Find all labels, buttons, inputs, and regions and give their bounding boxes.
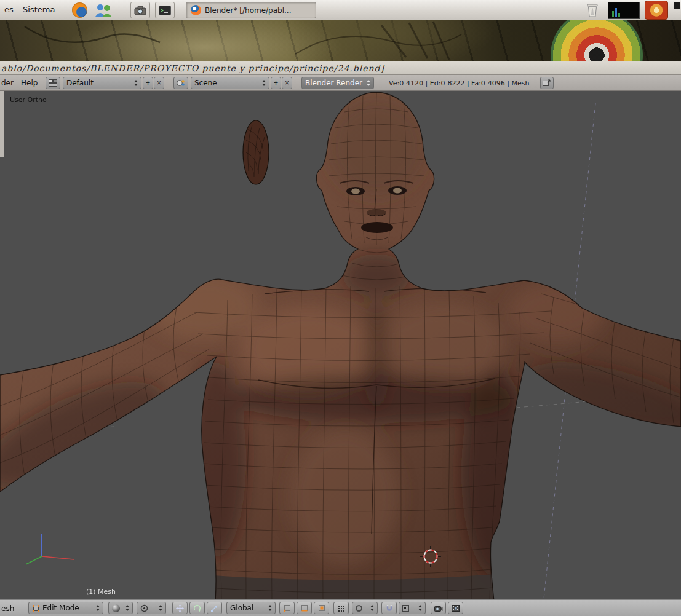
close-icon: × xyxy=(157,79,161,87)
orientation-dropdown[interactable]: Global xyxy=(226,602,276,614)
users-icon[interactable] xyxy=(94,3,113,18)
dropdown-arrows-icon xyxy=(418,605,422,611)
mode-label: Edit Mode xyxy=(42,604,79,612)
desktop-panel: es Sistema Blender* [/home/pabl... xyxy=(0,0,681,20)
camera-icon xyxy=(134,6,146,15)
desktop-wallpaper xyxy=(0,20,681,61)
manipulator-scale-button[interactable] xyxy=(207,602,222,614)
firefox-icon[interactable] xyxy=(72,2,87,18)
face-select-button[interactable] xyxy=(314,602,329,614)
window-title-text: ablo/Documentos/BLENDER/PROYECTO puente … xyxy=(1,63,384,73)
add-scene-button[interactable]: + xyxy=(271,77,281,89)
pivot-point-dropdown[interactable] xyxy=(137,602,166,614)
mesh-object[interactable] xyxy=(0,91,681,599)
menu-render-truncated[interactable]: der xyxy=(1,79,14,87)
vertex-select-button[interactable] xyxy=(279,602,295,614)
dot-grid-icon xyxy=(337,604,345,612)
window-titlebar[interactable]: ablo/Documentos/BLENDER/PROYECTO puente … xyxy=(0,61,681,75)
terminal-launcher[interactable] xyxy=(155,2,175,18)
panel-applet-sliver xyxy=(674,2,680,9)
terminal-icon xyxy=(159,6,171,15)
trash-icon[interactable] xyxy=(586,3,599,18)
close-icon: × xyxy=(285,79,289,87)
view-mode-label: User Ortho xyxy=(10,96,47,104)
axis-gizmo xyxy=(26,534,74,564)
delete-layout-button[interactable]: × xyxy=(154,77,164,89)
dropdown-arrows-icon xyxy=(96,605,100,611)
film-strip-icon xyxy=(452,605,460,612)
menu-help[interactable]: Help xyxy=(21,79,38,87)
occlude-geometry-button[interactable] xyxy=(333,602,349,614)
window-edge xyxy=(0,91,4,157)
mesh-shading xyxy=(0,97,681,577)
menu-mesh-truncated[interactable]: esh xyxy=(1,604,14,613)
viewport-shading-dropdown[interactable] xyxy=(108,602,133,614)
view3d-header: esh Edit Mode xyxy=(0,599,681,616)
plus-icon: + xyxy=(146,79,150,87)
opengl-render-anim-button[interactable] xyxy=(448,602,463,614)
translate-icon xyxy=(176,604,184,612)
render-camera-icon xyxy=(434,605,443,612)
window-duplicate-button[interactable] xyxy=(540,77,554,89)
dense-ear-mesh xyxy=(243,120,269,184)
snap-toggle-button[interactable] xyxy=(381,602,397,614)
scene-stats: Ve:0-4120 | Ed:0-8222 | Fa:0-4096 | Mesh xyxy=(389,79,530,87)
dropdown-arrows-icon xyxy=(367,80,370,86)
snap-element-icon xyxy=(402,605,409,612)
taskbar-window-label: Blender* [/home/pabl... xyxy=(205,6,291,15)
mode-dropdown[interactable]: Edit Mode xyxy=(28,602,103,614)
dropdown-arrows-icon xyxy=(134,80,138,86)
blender-logo-icon xyxy=(191,5,201,15)
rotate-icon xyxy=(193,604,201,612)
edge-select-button[interactable] xyxy=(297,602,312,614)
screen-layout-dropdown[interactable]: Default xyxy=(63,77,141,89)
scene-icon xyxy=(177,79,185,87)
manipulator-rotate-button[interactable] xyxy=(189,602,205,614)
edit-mode-icon xyxy=(32,604,40,612)
add-layout-button[interactable]: + xyxy=(143,77,153,89)
screenshot-launcher[interactable] xyxy=(130,2,150,18)
scale-icon xyxy=(210,604,218,612)
system-monitor-applet[interactable] xyxy=(608,2,640,19)
firefox-updater-icon[interactable] xyxy=(645,1,668,20)
dropdown-arrows-icon xyxy=(159,605,162,611)
taskbar-window-button[interactable]: Blender* [/home/pabl... xyxy=(186,2,316,18)
shading-sphere-icon xyxy=(112,604,120,612)
plus-icon: + xyxy=(274,79,278,87)
magnet-icon xyxy=(386,604,393,612)
orientation-label: Global xyxy=(230,604,253,612)
dropdown-arrows-icon xyxy=(268,605,272,611)
object-info-label: (1) Mesh xyxy=(86,588,116,596)
snap-element-dropdown[interactable] xyxy=(399,602,426,614)
dropdown-arrows-icon xyxy=(262,80,266,86)
screen-layout-label: Default xyxy=(66,79,94,87)
menu-applications-truncated[interactable]: es xyxy=(4,5,14,14)
scene-label: Scene xyxy=(194,79,217,87)
opengl-render-button[interactable] xyxy=(431,602,446,614)
face-select-icon xyxy=(318,604,325,612)
render-engine-label: Blender Render xyxy=(305,79,362,87)
editor-grid-icon xyxy=(49,79,57,87)
pivot-icon xyxy=(140,604,148,612)
delete-scene-button[interactable]: × xyxy=(282,77,292,89)
scene-browse-button[interactable] xyxy=(173,77,188,89)
proportional-edit-dropdown[interactable] xyxy=(352,602,378,614)
screen: es Sistema Blender* [/home/pabl... xyxy=(0,0,681,616)
scene-dropdown[interactable]: Scene xyxy=(191,77,269,89)
proportional-circle-icon xyxy=(356,605,362,612)
dropdown-arrows-icon xyxy=(370,605,374,611)
edge-select-icon xyxy=(301,604,308,612)
window-arrow-icon xyxy=(543,79,551,87)
menu-system[interactable]: Sistema xyxy=(23,5,55,14)
editor-type-button[interactable] xyxy=(46,77,60,89)
info-header: der Help Default + × Scene + xyxy=(0,75,681,91)
vertex-select-icon xyxy=(284,604,291,612)
viewport-3d[interactable]: User Ortho (1) Mesh xyxy=(0,91,681,599)
dropdown-arrows-icon xyxy=(125,605,129,611)
manipulator-translate-button[interactable] xyxy=(172,602,188,614)
render-engine-dropdown[interactable]: Blender Render xyxy=(301,77,374,89)
wallpaper-rainbow-art xyxy=(551,20,643,61)
